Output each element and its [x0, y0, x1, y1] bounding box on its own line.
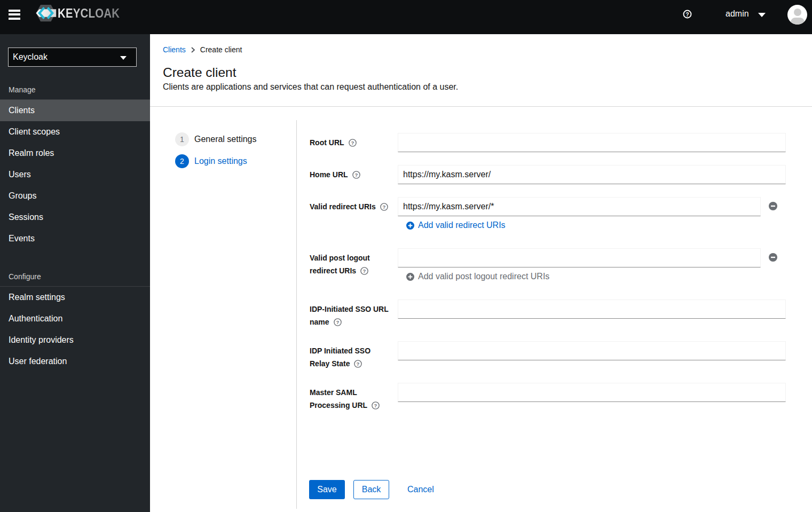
- svg-text:?: ?: [351, 140, 354, 146]
- svg-text:?: ?: [374, 403, 377, 408]
- svg-text:?: ?: [354, 172, 358, 178]
- svg-text:?: ?: [336, 319, 339, 325]
- svg-text:?: ?: [357, 361, 360, 367]
- svg-text:?: ?: [382, 204, 385, 210]
- svg-text:?: ?: [363, 268, 366, 274]
- svg-text:?: ?: [685, 11, 689, 18]
